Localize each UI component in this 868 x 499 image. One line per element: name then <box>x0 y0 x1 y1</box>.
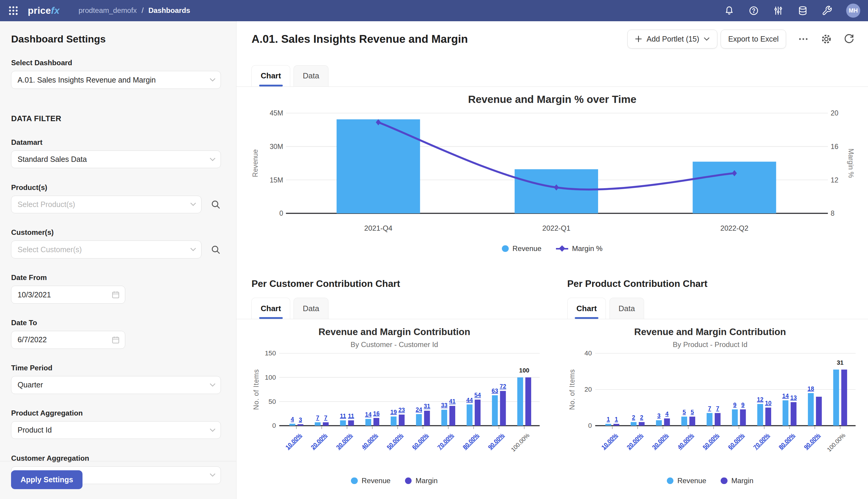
revenue-value-link[interactable]: 33 <box>441 402 448 409</box>
revenue-value-link[interactable]: 2 <box>632 414 635 421</box>
revenue-value-link[interactable]: 19 <box>390 409 397 415</box>
legend-item-revenue[interactable]: Revenue <box>502 244 541 253</box>
revenue-value-link[interactable]: 7 <box>316 414 319 421</box>
revenue-value-link[interactable]: 18 <box>807 385 814 392</box>
products-dropdown[interactable]: Select Product(s) <box>11 196 201 214</box>
legend-item-revenue[interactable]: Revenue <box>667 477 706 485</box>
breadcrumb-page[interactable]: Dashboards <box>148 6 190 14</box>
margin-bar[interactable] <box>323 422 329 425</box>
revenue-bar[interactable] <box>833 369 839 426</box>
category-link[interactable]: 10.00% <box>600 432 618 450</box>
revenue-bar[interactable] <box>340 420 346 426</box>
filter-sliders-icon[interactable] <box>773 5 783 16</box>
margin-value-link[interactable]: 41 <box>449 398 456 404</box>
margin-value-link[interactable]: 23 <box>399 406 405 413</box>
revenue-bar[interactable] <box>366 419 372 426</box>
pricefx-logo[interactable]: pricefx <box>28 5 60 16</box>
legend-item-margin[interactable]: Margin <box>721 477 753 485</box>
margin-bar[interactable] <box>526 377 531 425</box>
revenue-bar[interactable] <box>732 409 738 425</box>
revenue-bar[interactable] <box>467 404 473 425</box>
margin-bar[interactable] <box>500 391 506 425</box>
category-link[interactable]: 80.00% <box>462 432 480 450</box>
margin-value-link[interactable]: 9 <box>741 401 744 408</box>
user-avatar[interactable]: MH <box>846 3 860 18</box>
margin-value-link[interactable]: 7 <box>716 405 719 412</box>
select-dashboard-dropdown[interactable]: A.01. Sales Insights Revenue and Margin <box>11 71 221 89</box>
revenue-value-link[interactable]: 12 <box>757 396 763 402</box>
margin-value-link[interactable]: 3 <box>299 416 302 423</box>
category-link[interactable]: 90.00% <box>803 432 821 450</box>
revenue-bar[interactable] <box>782 400 789 426</box>
tab-chart[interactable]: Chart <box>567 298 606 319</box>
legend-item-margin[interactable]: Margin % <box>556 244 603 253</box>
margin-value-link[interactable]: 4 <box>665 411 669 417</box>
tab-data[interactable]: Data <box>609 298 644 319</box>
category-link[interactable]: 50.00% <box>701 432 720 450</box>
margin-value-link[interactable]: 7 <box>324 414 327 421</box>
revenue-bar[interactable] <box>693 161 776 213</box>
category-link[interactable]: 70.00% <box>436 432 455 450</box>
category-link[interactable]: 60.00% <box>411 432 429 450</box>
breadcrumb-tenant[interactable]: prodteam_demofx <box>79 6 137 14</box>
more-ellipsis-icon[interactable] <box>798 34 809 45</box>
revenue-bar[interactable] <box>337 119 420 213</box>
revenue-bar[interactable] <box>315 422 321 425</box>
category-link[interactable]: 70.00% <box>752 432 770 450</box>
revenue-value-link[interactable]: 5 <box>682 409 686 415</box>
tab-chart[interactable]: Chart <box>251 65 290 86</box>
tools-wrench-icon[interactable] <box>822 5 832 16</box>
revenue-value-link[interactable]: 4 <box>291 416 294 423</box>
search-icon[interactable] <box>211 245 221 255</box>
margin-bar[interactable] <box>740 409 746 425</box>
margin-value-link[interactable]: 2 <box>640 414 643 421</box>
category-link[interactable]: 90.00% <box>487 432 505 450</box>
datamart-dropdown[interactable]: Standard Sales Data <box>11 150 221 168</box>
revenue-bar[interactable] <box>605 424 611 425</box>
margin-bar[interactable] <box>298 424 303 426</box>
margin-value-link[interactable]: 31 <box>424 403 430 409</box>
margin-bar[interactable] <box>424 411 430 425</box>
help-icon[interactable] <box>749 5 759 16</box>
margin-bar[interactable] <box>613 424 619 425</box>
database-icon[interactable] <box>797 5 808 16</box>
margin-value-link[interactable]: 72 <box>500 383 506 390</box>
refresh-icon[interactable] <box>843 34 855 45</box>
margin-value-link[interactable]: 54 <box>474 392 481 398</box>
margin-value-link[interactable]: 16 <box>373 410 380 416</box>
margin-bar[interactable] <box>639 422 645 425</box>
margin-value-link[interactable]: 1 <box>615 416 618 423</box>
revenue-bar[interactable] <box>808 393 814 426</box>
margin-bar[interactable] <box>664 418 670 425</box>
revenue-value-link[interactable]: 14 <box>782 392 789 399</box>
legend-item-margin[interactable]: Margin <box>405 477 438 485</box>
category-link[interactable]: 80.00% <box>777 432 796 450</box>
date-to-input[interactable]: 6/7/2022 <box>11 331 125 349</box>
revenue-value-link[interactable]: 9 <box>733 401 737 408</box>
revenue-bar[interactable] <box>631 422 637 425</box>
margin-value-link[interactable]: 5 <box>690 409 694 415</box>
revenue-value-link[interactable]: 1 <box>606 416 610 423</box>
search-icon[interactable] <box>211 199 221 210</box>
customers-dropdown[interactable]: Select Customer(s) <box>11 241 201 258</box>
category-link[interactable]: 10.00% <box>284 432 303 450</box>
revenue-value-link[interactable]: 11 <box>340 412 346 419</box>
revenue-value-link[interactable]: 7 <box>708 405 711 412</box>
margin-value-link[interactable]: 11 <box>348 412 354 419</box>
category-link[interactable]: 30.00% <box>651 432 669 450</box>
tab-data[interactable]: Data <box>293 65 328 86</box>
category-link[interactable]: 40.00% <box>676 432 694 450</box>
category-link[interactable]: 60.00% <box>727 432 745 450</box>
revenue-bar[interactable] <box>517 377 524 425</box>
category-link[interactable]: 20.00% <box>625 432 644 450</box>
revenue-bar[interactable] <box>656 420 662 425</box>
export-to-excel-button[interactable]: Export to Excel <box>721 29 786 48</box>
margin-bar[interactable] <box>765 407 771 425</box>
tab-chart[interactable]: Chart <box>251 298 290 319</box>
revenue-value-link[interactable]: 24 <box>416 406 422 413</box>
date-from-input[interactable]: 10/3/2021 <box>11 286 125 304</box>
margin-bar[interactable] <box>791 402 796 426</box>
revenue-bar[interactable] <box>492 395 498 426</box>
revenue-bar[interactable] <box>391 416 397 426</box>
revenue-value-link[interactable]: 44 <box>466 397 473 403</box>
